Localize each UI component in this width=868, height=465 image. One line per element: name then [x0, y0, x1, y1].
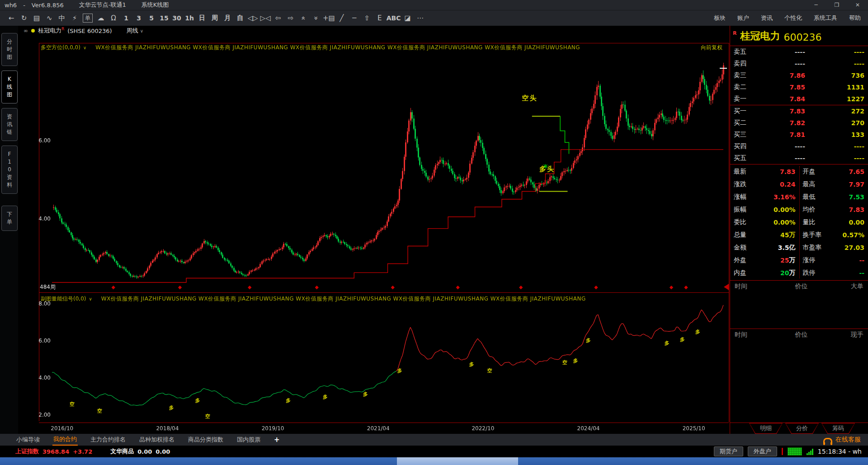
headphone-icon — [823, 438, 832, 443]
signal-diamond-icon: ◆ — [315, 284, 319, 290]
signal-多: 多 — [665, 340, 670, 347]
minimize-button[interactable]: ─ — [806, 2, 826, 8]
watermark-text: WX价值服务商 JIAZHIFUWUSHANG WX价值服务商 JIAZHIFU… — [101, 295, 722, 302]
timeshare-line-icon[interactable]: ∿ — [43, 13, 55, 23]
order-book-row[interactable]: 卖四-------- — [730, 58, 868, 70]
adjust-mode-label[interactable]: 向前复权 — [701, 44, 722, 51]
chart-top-border — [39, 43, 729, 43]
chart-right-border — [729, 43, 729, 422]
period-1min-icon[interactable]: 1 — [120, 13, 132, 23]
chevron-down-icon[interactable]: ∨ — [83, 45, 86, 50]
futures-account-button[interactable]: 期货户 — [714, 446, 743, 456]
instrument-dot-icon — [31, 29, 35, 33]
period-week-icon[interactable]: 周 — [209, 13, 221, 23]
expand-down-icon[interactable]: » — [311, 12, 321, 24]
online-service-label: 在线客服 — [835, 436, 861, 444]
commodity-index-name[interactable]: 文华商品 — [110, 447, 134, 456]
zoom-in-icon[interactable]: ▷◁ — [259, 13, 271, 23]
bottom-tab-主力合约排名[interactable]: 主力合约排名 — [90, 434, 127, 445]
lightning-analyse-icon[interactable]: ⚡ — [69, 13, 80, 23]
bottom-tab-品种加权排名[interactable]: 品种加权排名 — [138, 434, 175, 445]
period-15min-icon[interactable]: 15 — [158, 13, 170, 23]
instrument-name[interactable]: 桂冠电力R — [38, 27, 64, 35]
menu-right: 板块账户资讯个性化系统工具帮助 — [714, 14, 868, 22]
more-tools-icon[interactable]: ⋯ — [415, 13, 426, 23]
bottom-tab-商品分类指数[interactable]: 商品分类指数 — [187, 434, 224, 445]
menu-系统工具[interactable]: 系统工具 — [814, 14, 837, 22]
period-day-icon[interactable]: 日 — [196, 13, 208, 23]
menu-账户[interactable]: 账户 — [737, 14, 749, 22]
trend-line-icon[interactable]: ╱ — [336, 13, 348, 23]
column-header: 价位 — [771, 331, 832, 339]
period-1hour-icon[interactable]: 1h — [184, 13, 195, 23]
index-change: +3.72 — [73, 448, 92, 455]
sidebar-tab-分时图[interactable]: 分时图 — [1, 33, 18, 66]
sidebar-tab-F10资料[interactable]: F10资料 — [1, 146, 18, 194]
order-book-row[interactable]: 买三7.81133 — [730, 129, 868, 141]
order-book-row[interactable]: 卖三7.86736 — [730, 70, 868, 81]
refresh-icon[interactable]: ↻ — [18, 13, 30, 23]
close-button[interactable]: ✕ — [847, 2, 868, 8]
online-service[interactable]: 在线客服 — [823, 436, 868, 444]
measure-icon[interactable]: E — [374, 13, 386, 23]
horizontal-line-icon[interactable]: ─ — [349, 13, 360, 23]
x-axis-tick: 2018/04 — [156, 425, 179, 432]
keyboard-elf-icon[interactable] — [788, 447, 802, 456]
chevron-down-icon[interactable]: ∨ — [89, 296, 92, 301]
insert-pane-icon[interactable]: +▤ — [323, 13, 335, 23]
quote-list-icon[interactable]: ▤ — [31, 13, 42, 23]
order-book-row[interactable]: 买五-------- — [730, 152, 868, 164]
signal-多: 多 — [195, 397, 200, 404]
scroll-right-arrow-icon[interactable] — [724, 284, 729, 290]
cloud-service-icon[interactable]: ☁ — [95, 13, 107, 23]
order-icon[interactable]: 单 — [83, 14, 93, 23]
main-indicator-label[interactable]: 多空方位(0,0,0) — [41, 44, 80, 51]
taskbar-preview[interactable] — [397, 457, 518, 465]
order-book-row[interactable]: 买四-------- — [730, 141, 868, 152]
alert-bell-icon[interactable]: Ω — [108, 13, 119, 23]
menu-资讯[interactable]: 资讯 — [761, 14, 773, 22]
order-book-row[interactable]: 卖二7.851131 — [730, 81, 868, 93]
order-book-row[interactable]: 卖五-------- — [730, 46, 868, 58]
link-icon[interactable]: ∞ — [24, 28, 28, 34]
windows-taskbar[interactable] — [0, 457, 868, 465]
order-book-row[interactable]: 买二7.82270 — [730, 117, 868, 129]
x-axis-tick: 2024/04 — [577, 425, 600, 432]
expand-up-icon[interactable]: « — [298, 12, 309, 24]
arrow-mark-icon[interactable]: ⇧ — [361, 13, 373, 23]
bottom-tab-+[interactable]: + — [273, 434, 281, 445]
status-bar: 上证指数 3968.84 +3.72 文华商品 0.00 0.00 期货户 外盘… — [0, 446, 868, 457]
index-name[interactable]: 上证指数 — [15, 447, 39, 456]
menu-板块[interactable]: 板块 — [714, 14, 726, 22]
tab-明细[interactable]: 明细 — [749, 423, 783, 434]
signal-diamond-icon: ◆ — [456, 284, 459, 290]
period-30min-icon[interactable]: 30 — [171, 13, 183, 23]
page-right-icon[interactable]: ⇨ — [285, 13, 297, 23]
order-book-row[interactable]: 买一7.83272 — [730, 105, 868, 117]
sidebar-tab-下单[interactable]: 下单 — [1, 206, 18, 231]
sidebar-tab-K线图[interactable]: K线图 — [1, 70, 18, 103]
kline-chart-canvas[interactable] — [18, 36, 730, 434]
order-book-row[interactable]: 卖一7.841227 — [730, 93, 868, 105]
period-3min-icon[interactable]: 3 — [133, 13, 145, 23]
menu-帮助[interactable]: 帮助 — [849, 14, 861, 22]
tab-筹码[interactable]: 筹码 — [821, 423, 855, 434]
menu-个性化[interactable]: 个性化 — [784, 14, 802, 22]
foreign-account-button[interactable]: 外盘户 — [748, 446, 777, 456]
restore-button[interactable]: ❐ — [826, 2, 847, 8]
period-custom-icon[interactable]: 自 — [234, 13, 246, 23]
bottom-tab-我的合约[interactable]: 我的合约 — [52, 434, 78, 446]
page-left-icon[interactable]: ⇦ — [272, 13, 284, 23]
tab-分价[interactable]: 分价 — [785, 423, 819, 434]
period-month-icon[interactable]: 月 — [222, 13, 233, 23]
period-selector[interactable]: 周线 ∨ — [127, 27, 143, 35]
back-icon[interactable]: ← — [5, 13, 17, 23]
text-label-icon[interactable]: ABC — [387, 13, 401, 23]
sidebar-tab-资讯链[interactable]: 资讯链 — [1, 108, 18, 141]
bottom-tab-小编导读[interactable]: 小编导读 — [15, 434, 41, 445]
bottom-tab-国内股票[interactable]: 国内股票 — [236, 434, 261, 445]
period-5min-icon[interactable]: 5 — [146, 13, 157, 23]
zoom-out-icon[interactable]: ◁▷ — [247, 13, 259, 23]
kline-icon[interactable]: 中 — [56, 13, 68, 23]
eraser-icon[interactable]: ◪ — [402, 13, 414, 23]
